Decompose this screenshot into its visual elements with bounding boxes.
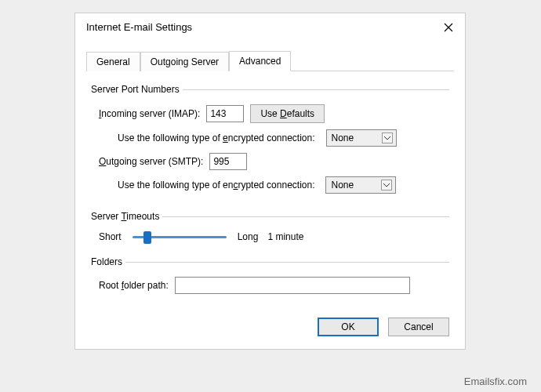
timeout-long-label: Long (238, 231, 259, 242)
row-outgoing: Outgoing server (SMTP): (99, 153, 446, 170)
group-server-timeouts: Server Timeouts Short Long 1 minute (91, 211, 449, 249)
outgoing-port-input[interactable] (209, 153, 247, 170)
close-icon[interactable] (443, 22, 454, 33)
tab-general[interactable]: General (86, 52, 140, 71)
row-incoming-encryption: Use the following type of encrypted conn… (118, 129, 446, 147)
incoming-server-label: Incoming server (IMAP): (99, 108, 200, 119)
use-defaults-button[interactable]: Use Defaults (250, 104, 325, 123)
titlebar: Internet E-mail Settings (75, 13, 465, 38)
group-legend-timeouts: Server Timeouts (91, 211, 162, 222)
group-folders: Folders Root folder path: (91, 256, 449, 303)
dialog-title: Internet E-mail Settings (86, 21, 192, 33)
tab-general-label: General (96, 56, 130, 67)
outgoing-encryption-label: Use the following type of encrypted conn… (118, 180, 314, 191)
incoming-port-input[interactable] (206, 105, 244, 122)
tab-advanced[interactable]: Advanced (229, 51, 291, 71)
chevron-down-icon (381, 180, 392, 191)
ok-button[interactable]: OK (318, 318, 379, 336)
incoming-encryption-select[interactable]: None (326, 129, 397, 147)
root-folder-input[interactable] (175, 277, 410, 294)
timeout-slider[interactable] (133, 236, 227, 238)
row-timeout-slider: Short Long 1 minute (99, 231, 446, 242)
tab-outgoing-server[interactable]: Outgoing Server (140, 52, 229, 71)
row-outgoing-encryption: Use the following type of encrypted conn… (118, 176, 446, 194)
outgoing-server-label: Outgoing server (SMTP): (99, 156, 203, 167)
tab-strip: General Outgoing Server Advanced (86, 50, 454, 71)
group-legend-ports: Server Port Numbers (91, 84, 183, 95)
timeout-slider-thumb[interactable] (143, 231, 151, 244)
tab-content-advanced: Server Port Numbers Incoming server (IMA… (75, 71, 465, 319)
group-server-port-numbers: Server Port Numbers Incoming server (IMA… (91, 84, 449, 203)
group-legend-folders: Folders (91, 256, 125, 267)
row-incoming: Incoming server (IMAP): Use Defaults (99, 104, 446, 123)
cancel-button[interactable]: Cancel (388, 318, 449, 336)
tab-outgoing-label: Outgoing Server (151, 56, 219, 67)
row-root-folder: Root folder path: (99, 277, 446, 294)
email-settings-dialog: Internet E-mail Settings General Outgoin… (74, 13, 466, 350)
incoming-encryption-value: None (332, 132, 354, 143)
outgoing-encryption-select[interactable]: None (325, 176, 396, 194)
timeout-short-label: Short (99, 231, 122, 242)
watermark: Emailsfix.com (464, 376, 527, 387)
root-folder-label: Root folder path: (99, 280, 169, 291)
chevron-down-icon (382, 132, 393, 143)
dialog-footer: OK Cancel (318, 318, 449, 336)
timeout-value: 1 minute (267, 231, 303, 242)
incoming-encryption-label: Use the following type of encrypted conn… (118, 132, 315, 143)
outgoing-encryption-value: None (331, 180, 354, 191)
tab-advanced-label: Advanced (239, 56, 281, 67)
